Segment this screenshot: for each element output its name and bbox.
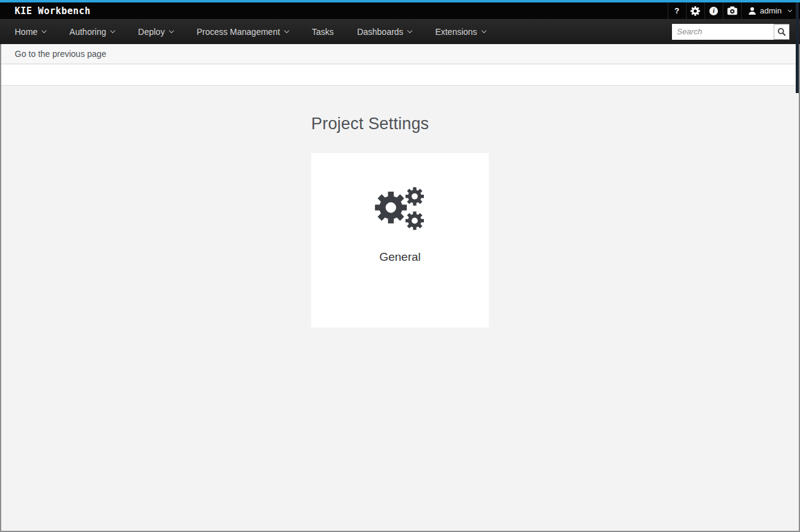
chevron-down-icon [788, 7, 792, 12]
chevron-down-icon [42, 28, 47, 33]
nav-item-process-management[interactable]: Process Management [197, 26, 289, 37]
card-label: General [379, 250, 421, 264]
nav-list: Home Authoring Deploy Process Management… [0, 26, 509, 37]
content-area: Project Settings General [1, 86, 799, 531]
nav-label: Extensions [435, 27, 477, 37]
user-icon [748, 7, 757, 15]
nav-item-extensions[interactable]: Extensions [435, 26, 485, 37]
main-navbar: Home Authoring Deploy Process Management… [0, 19, 800, 44]
search-button[interactable] [774, 24, 790, 40]
camera-icon [727, 6, 738, 15]
chevron-down-icon [407, 28, 412, 33]
breadcrumb: Go to the previous page [1, 44, 799, 64]
nav-label: Authoring [69, 27, 106, 37]
camera-button[interactable] [723, 2, 741, 19]
breadcrumb-back-link[interactable]: Go to the previous page [15, 49, 106, 59]
help-icon: ? [674, 6, 679, 15]
nav-label: Process Management [197, 27, 280, 37]
settings-button[interactable] [686, 2, 704, 19]
brand-logo: KIE Workbench [0, 6, 91, 17]
user-menu[interactable]: admin [741, 2, 800, 19]
toolbar-row [1, 64, 799, 86]
nav-label: Deploy [138, 27, 165, 37]
chevron-down-icon [284, 28, 289, 33]
app-window: KIE Workbench ? i [0, 0, 800, 532]
search-box [672, 24, 790, 40]
nav-item-home[interactable]: Home [15, 26, 46, 37]
scrollbar-thumb[interactable] [796, 2, 799, 93]
search-icon [777, 28, 786, 36]
gears-icon [374, 183, 426, 232]
info-button[interactable]: i [704, 2, 723, 19]
nav-item-deploy[interactable]: Deploy [138, 26, 173, 37]
chevron-down-icon [110, 28, 115, 33]
top-accent-bar [0, 0, 800, 2]
nav-item-tasks[interactable]: Tasks [312, 26, 334, 37]
settings-column: Project Settings General [311, 114, 489, 328]
nav-label: Tasks [312, 27, 334, 37]
nav-item-authoring[interactable]: Authoring [69, 26, 115, 37]
page-title: Project Settings [311, 114, 489, 133]
nav-label: Home [15, 27, 37, 37]
info-icon: i [709, 7, 718, 15]
user-name: admin [760, 6, 782, 15]
gear-icon [690, 6, 700, 16]
chevron-down-icon [169, 28, 174, 33]
masthead-utility: ? i admin [668, 2, 800, 19]
help-button[interactable]: ? [668, 2, 686, 19]
search-input[interactable] [672, 24, 774, 40]
nav-label: Dashboards [357, 27, 404, 37]
chevron-down-icon [481, 28, 486, 33]
masthead: KIE Workbench ? i [0, 2, 800, 19]
nav-item-dashboards[interactable]: Dashboards [357, 26, 412, 37]
card-general[interactable]: General [311, 153, 489, 328]
